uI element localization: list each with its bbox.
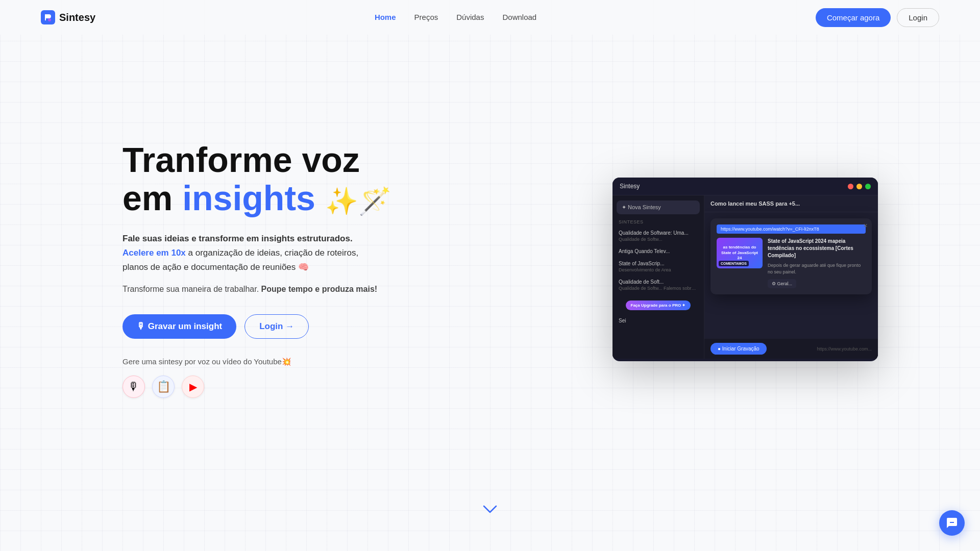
sidebar-item-2[interactable]: Antiga Quando Telev... bbox=[617, 246, 700, 257]
popup-url: https://www.youtube.com/watch?v=_CFI-lI2… bbox=[717, 224, 866, 234]
youtube-icon-badge: ▶ bbox=[182, 375, 204, 398]
popup-content: as tendências do State of JavaScript 24 … bbox=[717, 238, 866, 288]
app-main: Como lancei meu SASS para +5... https://… bbox=[704, 195, 878, 359]
cta-primary-button[interactable]: Começar agora bbox=[816, 8, 891, 27]
navbar: Sintesy Home Preços Dúvidas Download Com… bbox=[0, 0, 980, 35]
popup-close-icon[interactable]: ✕ bbox=[863, 222, 868, 229]
logo-text: Sintesy bbox=[59, 12, 95, 23]
nav-links: Home Preços Dúvidas Download bbox=[375, 13, 536, 22]
sidebar-item-2-title: Antiga Quando Telev... bbox=[619, 248, 698, 254]
video-thumbnail: as tendências do State of JavaScript 24 … bbox=[717, 238, 763, 268]
hero-section: Tranforme voz em insights ✨🪄 Fale suas i… bbox=[0, 35, 980, 494]
chat-bubble[interactable] bbox=[939, 510, 965, 536]
sidebar-item-3[interactable]: State of JavaScrip... Desenvolvimento de… bbox=[617, 258, 700, 275]
app-sidebar: ✦ Nova Sintesy Sinteses Qualidade de Sof… bbox=[612, 195, 704, 359]
max-window-btn[interactable] bbox=[865, 184, 871, 189]
nav-download[interactable]: Download bbox=[502, 13, 536, 21]
sidebar-item-1-title: Qualidade de Software: Uma... bbox=[619, 230, 698, 236]
scroll-indicator[interactable] bbox=[0, 494, 980, 524]
sidebar-section-label: Sinteses bbox=[617, 219, 700, 224]
popup-title: State of JavaScript 2024 mapeia tendênci… bbox=[768, 238, 866, 259]
hero-title: Tranforme voz em insights ✨🪄 bbox=[122, 141, 391, 217]
mic-icon-badge: 🎙 bbox=[122, 375, 145, 398]
hero-generate-text: Gere uma sintesy por voz ou vídeo do You… bbox=[122, 357, 391, 366]
svg-point-1 bbox=[48, 18, 51, 21]
hero-tagline: Transforme sua maneira de trabalhar. Pou… bbox=[122, 285, 391, 294]
app-preview: Sintesy ✦ Nova Sintesy Sinteses Qualidad… bbox=[612, 178, 878, 361]
logo-icon bbox=[41, 10, 55, 24]
sidebar-item-4[interactable]: Qualidade de Soft... Qualidade de Softw.… bbox=[617, 277, 700, 293]
upgrade-button[interactable]: Faça Upgrade para o PRO ✦ bbox=[626, 300, 691, 310]
video-label: COMENTAMOS bbox=[719, 261, 749, 266]
hero-right: Sintesy ✦ Nova Sintesy Sinteses Qualidad… bbox=[391, 178, 878, 361]
nav-precos[interactable]: Preços bbox=[414, 13, 438, 21]
doc-icon-badge: 📋 bbox=[152, 375, 175, 398]
hero-left: Tranforme voz em insights ✨🪄 Fale suas i… bbox=[122, 141, 391, 398]
popup-generate-button[interactable]: ⚙ Geral... bbox=[768, 279, 796, 288]
popup-desc: Depois de gerar aguarde até que fique pr… bbox=[768, 262, 866, 275]
hero-buttons: 🎙 Gravar um insight Login → bbox=[122, 314, 391, 339]
nav-actions: Começar agora Login bbox=[816, 8, 939, 27]
nav-duvidas[interactable]: Dúvidas bbox=[456, 13, 484, 21]
sidebar-item-4-sub: Qualidade de Softw... Falemos sobre qual… bbox=[619, 286, 698, 291]
record-start-button[interactable]: ● Iniciar Gravação bbox=[710, 343, 767, 355]
hero-subtitle: Fale suas ideias e transforme em insight… bbox=[122, 232, 368, 274]
magic-emoji: ✨🪄 bbox=[325, 186, 391, 216]
youtube-popup: https://www.youtube.com/watch?v=_CFI-lI2… bbox=[710, 218, 872, 294]
sidebar-item-3-title: State of JavaScrip... bbox=[619, 261, 698, 266]
login-arrow-button[interactable]: Login → bbox=[244, 314, 309, 339]
nav-home[interactable]: Home bbox=[375, 13, 396, 21]
sidebar-item-3-sub: Desenvolvimento de Area bbox=[619, 267, 698, 272]
app-body: ✦ Nova Sintesy Sinteses Qualidade de Sof… bbox=[612, 195, 878, 359]
app-bottom-bar: ● Iniciar Gravação https://www.youtube.c… bbox=[704, 339, 878, 359]
app-main-header: Como lancei meu SASS para +5... bbox=[704, 195, 878, 212]
logo[interactable]: Sintesy bbox=[41, 10, 95, 24]
app-main-title: Como lancei meu SASS para +5... bbox=[710, 201, 872, 207]
popup-info: State of JavaScript 2024 mapeia tendênci… bbox=[768, 238, 866, 288]
new-sintesy-button[interactable]: ✦ Nova Sintesy bbox=[617, 201, 700, 214]
hero-icons: 🎙 📋 ▶ bbox=[122, 375, 391, 398]
app-title: Sintesy bbox=[620, 183, 640, 190]
titlebar-controls bbox=[848, 184, 871, 189]
login-button-nav[interactable]: Login bbox=[897, 8, 939, 27]
sidebar-bottom-item[interactable]: Sei bbox=[617, 315, 700, 326]
sidebar-item-4-title: Qualidade de Soft... bbox=[619, 279, 698, 285]
yt-url-text: https://www.youtube.com... bbox=[817, 346, 872, 352]
close-window-btn[interactable] bbox=[848, 184, 853, 189]
record-button[interactable]: 🎙 Gravar um insight bbox=[122, 314, 236, 339]
sidebar-item-1-sub: Qualidade de Softw... bbox=[619, 237, 698, 242]
min-window-btn[interactable] bbox=[856, 184, 862, 189]
app-titlebar: Sintesy bbox=[612, 178, 878, 195]
sidebar-item-1[interactable]: Qualidade de Software: Uma... Qualidade … bbox=[617, 228, 700, 244]
